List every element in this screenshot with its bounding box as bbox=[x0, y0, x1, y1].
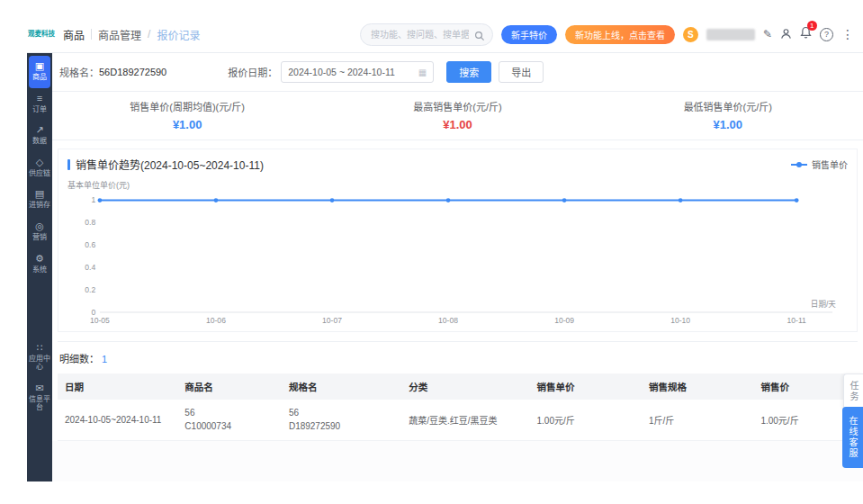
svg-text:0.2: 0.2 bbox=[85, 285, 95, 294]
search-input[interactable] bbox=[360, 23, 493, 46]
more-icon[interactable]: ⋮ bbox=[841, 27, 854, 41]
global-search bbox=[360, 23, 493, 46]
notifications-bell[interactable]: 1 bbox=[800, 26, 812, 42]
filter-row: 规格名： 56D189272590 报价日期： 2024-10-05 ~ 202… bbox=[52, 53, 863, 91]
line-chart: 10.80.60.40.2010-0510-0610-0710-0810-091… bbox=[67, 193, 848, 329]
supply-chain-icon: ◇ bbox=[36, 158, 43, 167]
sidebar-item-supply-chain[interactable]: ◇ 供应链 bbox=[27, 152, 52, 184]
svg-text:10-06: 10-06 bbox=[206, 316, 226, 325]
export-button[interactable]: 导出 bbox=[499, 61, 544, 83]
goods-icon: ▣ bbox=[35, 61, 44, 71]
newbie-offer-button[interactable]: 新手特价 bbox=[501, 25, 557, 44]
svg-text:1: 1 bbox=[91, 195, 95, 204]
app-window: 观麦科技 商品 商品管理 / 报价记录 新手特价 新功能上线，点击查看 S bbox=[27, 16, 863, 482]
detail-table-section: 明细数：1 日期 商品名 规格名 分类 bbox=[58, 341, 858, 441]
date-range-value: 2024-10-05 ~ 2024-10-11 bbox=[288, 67, 395, 77]
svg-text:0.6: 0.6 bbox=[85, 240, 95, 249]
breadcrumb: 商品 商品管理 / 报价记录 bbox=[63, 27, 200, 42]
y-axis-title: 基本单位单价(元) bbox=[67, 179, 848, 191]
detail-table: 日期 商品名 规格名 分类 销售单价 销售规格 销售价 2024 bbox=[58, 374, 858, 441]
quote-date-label: 报价日期： bbox=[228, 65, 277, 79]
new-feature-button[interactable]: 新功能上线，点击查看 bbox=[565, 25, 675, 44]
breadcrumb-section[interactable]: 商品管理 bbox=[98, 27, 141, 42]
date-range-input[interactable]: 2024-10-05 ~ 2024-10-11 ▦ bbox=[281, 61, 434, 83]
svg-text:10-05: 10-05 bbox=[90, 316, 110, 325]
stat-max-price: 最高销售单价(元/斤) ¥1.00 bbox=[322, 92, 592, 140]
sidebar-item-system[interactable]: ⚙ 系统 bbox=[27, 248, 52, 281]
topbar-actions: 新手特价 新功能上线，点击查看 S ✎ 1 ? ⋮ bbox=[360, 23, 854, 46]
notification-badge: 1 bbox=[807, 21, 817, 31]
info-platform-icon: ✉ bbox=[35, 383, 43, 393]
svg-text:10-09: 10-09 bbox=[554, 316, 574, 325]
breadcrumb-divider bbox=[91, 29, 92, 40]
page: 观麦科技 商品 商品管理 / 报价记录 新手特价 新功能上线，点击查看 S bbox=[0, 0, 863, 504]
edit-icon[interactable]: ✎ bbox=[763, 29, 772, 40]
account-name-redacted bbox=[706, 29, 755, 40]
chart-title: 销售单价趋势(2024-10-05~2024-10-11) bbox=[76, 157, 264, 172]
brand-logo: 观麦科技 bbox=[27, 31, 56, 39]
title-accent-bar bbox=[67, 159, 70, 170]
svg-text:10-10: 10-10 bbox=[670, 316, 690, 325]
help-icon[interactable]: ? bbox=[820, 28, 833, 41]
app-center-icon: ∷ bbox=[37, 343, 43, 353]
system-gear-icon: ⚙ bbox=[35, 254, 44, 264]
sidebar-item-data[interactable]: ↗ 数据 bbox=[27, 120, 52, 152]
sidebar-item-orders[interactable]: ≡ 订单 bbox=[27, 88, 52, 121]
stat-min-price: 最低销售单价(元/斤) ¥1.00 bbox=[593, 92, 863, 140]
quote-date-filter: 报价日期： 2024-10-05 ~ 2024-10-11 ▦ bbox=[228, 61, 434, 83]
svg-text:0.4: 0.4 bbox=[85, 263, 95, 272]
detail-count-value: 1 bbox=[102, 354, 107, 364]
svg-text:10-11: 10-11 bbox=[787, 316, 806, 325]
stats-row: 销售单价(周期均值)(元/斤) ¥1.00 最高销售单价(元/斤) ¥1.00 … bbox=[52, 91, 863, 140]
legend-line-dot-icon bbox=[791, 164, 807, 166]
coin-icon[interactable]: S bbox=[683, 27, 698, 42]
calendar-icon: ▦ bbox=[418, 68, 427, 77]
sidebar: ▣ 商品 ≡ 订单 ↗ 数据 ◇ 供应链 ▤ 进销存 bbox=[27, 53, 52, 482]
data-icon: ↗ bbox=[35, 125, 43, 135]
detail-count: 明细数：1 bbox=[58, 351, 858, 374]
search-button[interactable]: 搜索 bbox=[446, 61, 491, 83]
svg-text:10-08: 10-08 bbox=[438, 316, 458, 325]
svg-text:10-07: 10-07 bbox=[322, 316, 342, 325]
sidebar-item-marketing[interactable]: ◎ 营销 bbox=[27, 216, 52, 248]
sidebar-item-app-center[interactable]: ∷ 应用中心 bbox=[27, 338, 52, 378]
cell-date: 2024-10-05~2024-10-11 bbox=[58, 400, 177, 441]
body: ▣ 商品 ≡ 订单 ↗ 数据 ◇ 供应链 ▤ 进销存 bbox=[27, 53, 863, 482]
sidebar-item-info-platform[interactable]: ✉ 信息平台 bbox=[27, 378, 52, 418]
marketing-icon: ◎ bbox=[35, 221, 44, 231]
cell-category: 蔬菜/豆类.红豆/黑豆类 bbox=[401, 400, 529, 441]
contacts-icon[interactable] bbox=[780, 28, 792, 41]
svg-text:0.8: 0.8 bbox=[85, 218, 95, 227]
price-trend-chart-card: 销售单价趋势(2024-10-05~2024-10-11) 销售单价 基本单位单… bbox=[58, 148, 858, 332]
main-content: 规格名： 56D189272590 报价日期： 2024-10-05 ~ 202… bbox=[52, 53, 863, 482]
sidebar-item-inventory[interactable]: ▤ 进销存 bbox=[27, 184, 52, 216]
chart-header: 销售单价趋势(2024-10-05~2024-10-11) 销售单价 bbox=[67, 157, 848, 172]
cell-product: 56 C10000734 bbox=[177, 400, 282, 441]
cell-sale-spec: 1斤/斤 bbox=[642, 400, 753, 441]
cell-spec: 56 D189272590 bbox=[282, 400, 401, 441]
top-bar: 观麦科技 商品 商品管理 / 报价记录 新手特价 新功能上线，点击查看 S bbox=[27, 16, 863, 53]
spec-name-label: 规格名： bbox=[59, 65, 99, 79]
table-row: 2024-10-05~2024-10-11 56 C10000734 56 D1… bbox=[58, 400, 858, 441]
task-tab[interactable]: 任务 bbox=[843, 374, 863, 410]
breadcrumb-root[interactable]: 商品 bbox=[63, 27, 85, 42]
sidebar-item-goods[interactable]: ▣ 商品 bbox=[29, 56, 50, 88]
stat-avg-price: 销售单价(周期均值)(元/斤) ¥1.00 bbox=[52, 92, 322, 140]
inventory-icon: ▤ bbox=[35, 189, 44, 199]
breadcrumb-current: 报价记录 bbox=[157, 27, 200, 42]
cell-unit-price: 1.00元/斤 bbox=[529, 400, 641, 441]
orders-icon: ≡ bbox=[37, 94, 42, 104]
chart-legend[interactable]: 销售单价 bbox=[791, 158, 848, 171]
svg-text:0: 0 bbox=[91, 308, 95, 317]
empty-area bbox=[52, 441, 863, 482]
sidebar-bottom: ∷ 应用中心 ✉ 信息平台 bbox=[27, 338, 52, 472]
spec-name-value: 56D189272590 bbox=[99, 67, 166, 77]
table-header-row: 日期 商品名 规格名 分类 销售单价 销售规格 销售价 bbox=[58, 374, 858, 400]
svg-text:日期/天: 日期/天 bbox=[811, 300, 836, 309]
online-service-tab[interactable]: 在线客服 bbox=[842, 407, 863, 468]
breadcrumb-separator: / bbox=[148, 28, 150, 40]
search-icon[interactable] bbox=[474, 29, 485, 45]
